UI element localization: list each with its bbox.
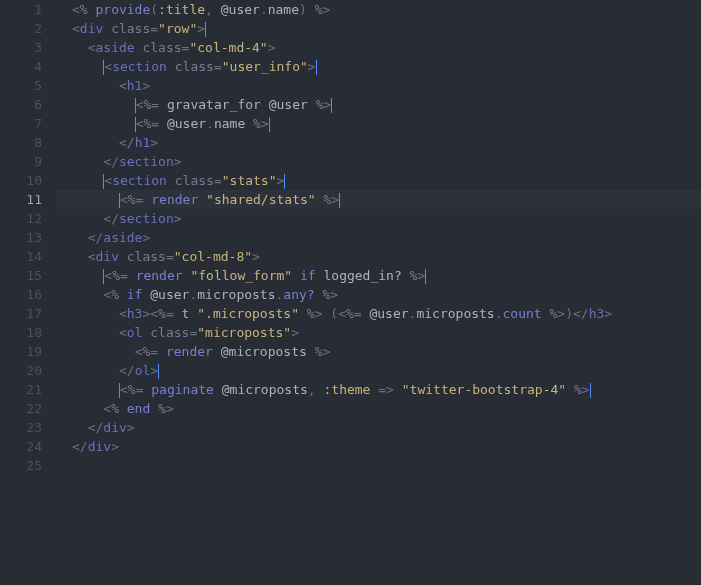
token-tag: div [80,21,103,36]
token-pun: > [323,2,331,17]
token-op: , [308,382,324,397]
token-str: "microposts" [197,325,291,340]
code-line[interactable]: <% provide(:title, @user.name) %> [72,0,701,19]
code-line[interactable]: <%= render @microposts %> [72,342,701,361]
token-op: , [205,2,221,17]
code-line[interactable]: <section class="stats"> [72,171,701,190]
token-pun: < [119,325,127,340]
code-line[interactable] [72,456,701,475]
line-number: 19 [0,342,56,361]
token-pun [315,287,323,302]
token-tag: ol [127,325,143,340]
selection-caret [103,174,104,189]
token-gvar: @user [369,306,408,321]
selection-caret [158,364,159,379]
token-pun [402,268,410,283]
token-pun: > [308,59,316,74]
token-pun: < [119,306,127,321]
selection-caret [135,117,136,132]
token-pun: = [166,306,182,321]
code-line[interactable]: <div class="col-md-8"> [72,247,701,266]
token-attr: class [127,249,166,264]
token-pun [119,401,127,416]
code-line[interactable]: </section> [72,209,701,228]
line-number-gutter: 1234567891011121314151617181920212223242… [0,0,56,585]
code-line[interactable]: <%= paginate @microposts, :theme => "twi… [72,380,701,399]
code-line[interactable]: </h1> [72,133,701,152]
token-pun: >< [142,306,158,321]
selection-caret [119,383,120,398]
token-tag: div [88,439,111,454]
code-line[interactable]: <%= render "shared/stats" %> [56,190,701,209]
code-line[interactable]: </section> [72,152,701,171]
token-kw: any? [283,287,314,302]
code-line[interactable]: <%= render "follow_form" if logged_in? %… [72,266,701,285]
token-pun: > [127,420,135,435]
code-line[interactable]: <h1> [72,76,701,95]
token-pun: > [252,249,260,264]
token-gvar: @user [150,287,189,302]
code-line[interactable]: </div> [72,418,701,437]
code-line[interactable]: <%= gravatar_for @user %> [72,95,701,114]
token-pun: > [166,401,174,416]
token-kw: render [136,268,183,283]
line-number: 20 [0,361,56,380]
line-number: 18 [0,323,56,342]
token-str: "col-md-8" [174,249,252,264]
token-pct: % [315,2,323,17]
token-op: . [495,306,503,321]
token-kw: paginate [151,382,214,397]
code-line[interactable]: <div class="row"> [72,19,701,38]
token-pun: = [150,344,166,359]
token-pun: < [72,21,80,36]
token-op: ( [150,2,158,17]
line-number: 22 [0,399,56,418]
token-pun: < [573,306,581,321]
code-line[interactable]: <h3><%= t ".microposts" %> (<%= @user.mi… [72,304,701,323]
token-tag: section [112,173,167,188]
token-pct: % [158,401,166,416]
token-pun [213,344,221,359]
token-pun: > ( [315,306,338,321]
token-pun: < [103,401,111,416]
token-pun [261,97,269,112]
token-gvar: name [268,2,299,17]
token-pun: </ [88,420,104,435]
code-line[interactable]: <section class="user_info"> [72,57,701,76]
token-pun [214,382,222,397]
token-kw: render [151,192,198,207]
token-pun: = [166,249,174,264]
token-pct: % [158,306,166,321]
token-kw: if [127,287,143,302]
code-area[interactable]: <% provide(:title, @user.name) %><div cl… [56,0,701,585]
token-pun: = [150,21,158,36]
code-line[interactable]: <aside class="col-md-4"> [72,38,701,57]
token-pun [167,173,175,188]
token-pun: > [142,78,150,93]
code-editor[interactable]: 1234567891011121314151617181920212223242… [0,0,701,585]
line-number: 9 [0,152,56,171]
token-str: "col-md-4" [189,40,267,55]
token-gvar: microposts [416,306,494,321]
token-pun [299,306,307,321]
code-line[interactable]: </div> [72,437,701,456]
code-line[interactable]: <% end %> [72,399,701,418]
token-pun: = [214,59,222,74]
line-number: 3 [0,38,56,57]
token-str: "shared/stats" [206,192,316,207]
token-pun: > [268,40,276,55]
code-line[interactable]: </ol> [72,361,701,380]
token-pun: > [291,325,299,340]
token-pun: > [322,344,330,359]
code-line[interactable]: <%= @user.name %> [72,114,701,133]
token-pun: = [214,173,222,188]
code-line[interactable]: </aside> [72,228,701,247]
token-tag: aside [103,230,142,245]
code-line[interactable]: <ol class="microposts"> [72,323,701,342]
token-fn: gravatar_for [167,97,261,112]
token-pun [119,249,127,264]
token-fn: logged_in? [323,268,401,283]
code-line[interactable]: <% if @user.microposts.any? %> [72,285,701,304]
token-gvar: name [214,116,245,131]
token-tag: section [112,59,167,74]
